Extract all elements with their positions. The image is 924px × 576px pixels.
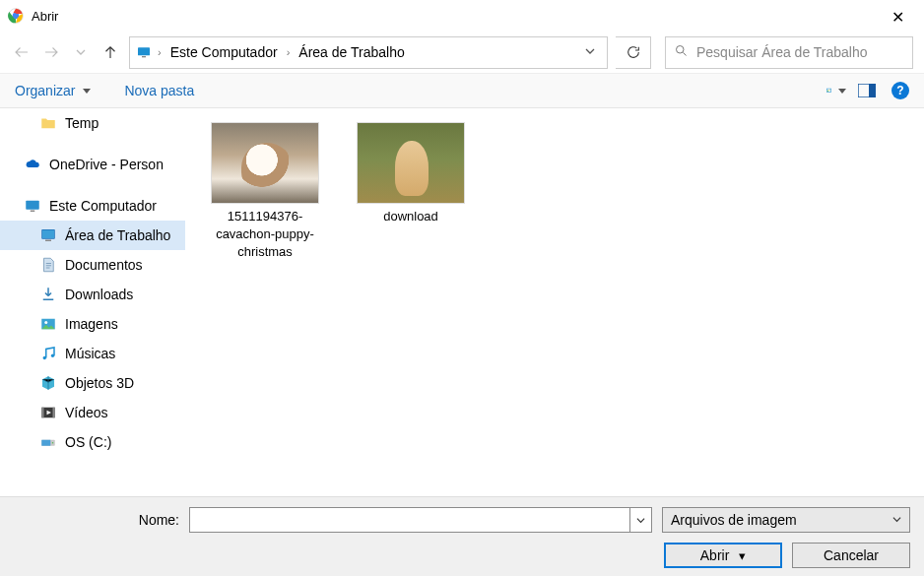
- file-thumbnail: [211, 122, 319, 204]
- sidebar-item-label: Downloads: [65, 287, 133, 302]
- window-title: Abrir: [32, 9, 58, 24]
- documents-icon: [39, 256, 57, 274]
- filename-field[interactable]: [190, 512, 629, 528]
- disk-icon: [39, 433, 57, 451]
- file-thumbnail: [357, 122, 465, 204]
- file-name: 1511194376-cavachon-puppy-christmas: [205, 208, 325, 262]
- sidebar-item-documents[interactable]: Documentos: [0, 250, 185, 280]
- search-icon: [674, 43, 689, 61]
- objects3d-icon: [39, 374, 57, 392]
- back-button[interactable]: [11, 41, 33, 63]
- sidebar-item-disk[interactable]: OS (C:): [0, 427, 185, 457]
- svg-point-4: [677, 46, 685, 54]
- chevron-down-icon: [83, 89, 91, 94]
- chevron-right-icon: ›: [158, 46, 162, 58]
- close-button[interactable]: ✕: [883, 8, 912, 27]
- sidebar-item-label: Este Computador: [49, 198, 157, 214]
- svg-rect-7: [827, 91, 828, 92]
- filename-label: Nome:: [139, 512, 179, 528]
- sidebar-item-onedrive[interactable]: OneDrive - Person: [0, 150, 185, 179]
- breadcrumb-item[interactable]: Área de Trabalho: [296, 44, 407, 60]
- sidebar-item-label: Objetos 3D: [65, 375, 134, 391]
- search-input[interactable]: Pesquisar Área de Trabalho: [665, 36, 913, 69]
- preview-pane-button[interactable]: [858, 81, 878, 100]
- sidebar-item-label: OneDrive - Person: [49, 157, 164, 172]
- filetype-dropdown[interactable]: Arquivos de imagem: [662, 507, 910, 533]
- open-label: Abrir: [700, 547, 730, 563]
- file-list[interactable]: 1511194376-cavachon-puppy-christmasdownl…: [185, 108, 924, 496]
- sidebar-item-music[interactable]: Músicas: [0, 339, 185, 368]
- chevron-right-icon: ›: [287, 46, 291, 58]
- history-dropdown[interactable]: [70, 41, 92, 63]
- sidebar-item-objects3d[interactable]: Objetos 3D: [0, 368, 185, 398]
- svg-rect-2: [138, 47, 150, 55]
- sidebar-item-desktop[interactable]: Área de Trabalho: [0, 221, 185, 250]
- svg-point-18: [43, 356, 46, 359]
- downloads-icon: [39, 286, 57, 303]
- svg-point-8: [828, 90, 829, 91]
- file-item[interactable]: 1511194376-cavachon-puppy-christmas: [205, 122, 325, 262]
- organize-label: Organizar: [15, 83, 75, 98]
- onedrive-icon: [24, 156, 41, 173]
- address-dropdown[interactable]: [579, 46, 601, 58]
- svg-point-17: [44, 321, 47, 324]
- open-button[interactable]: Abrir ▾: [664, 543, 782, 568]
- sidebar-item-pc[interactable]: Este Computador: [0, 191, 185, 221]
- images-icon: [39, 315, 57, 333]
- chevron-down-icon: [838, 89, 846, 94]
- breadcrumb-item[interactable]: Este Computador: [167, 44, 281, 60]
- split-arrow-icon: ▾: [739, 548, 746, 563]
- nav-bar: › Este Computador › Área de Trabalho Pes…: [0, 32, 924, 73]
- svg-rect-3: [142, 56, 146, 57]
- pc-icon: [136, 44, 152, 60]
- sidebar-item-label: Imagens: [65, 316, 118, 332]
- sidebar-item-label: Músicas: [65, 346, 115, 361]
- sidebar-item-folder[interactable]: Temp: [0, 108, 185, 138]
- footer: Nome: Arquivos de imagem Abrir ▾ Cancela…: [0, 496, 924, 576]
- search-placeholder: Pesquisar Área de Trabalho: [696, 44, 868, 60]
- cancel-button[interactable]: Cancelar: [792, 543, 910, 568]
- filename-input[interactable]: [189, 507, 652, 533]
- address-bar[interactable]: › Este Computador › Área de Trabalho: [129, 36, 608, 69]
- sidebar-item-videos[interactable]: Vídeos: [0, 398, 185, 427]
- svg-rect-10: [869, 84, 876, 97]
- filename-dropdown[interactable]: [629, 508, 651, 532]
- toolbar: Organizar Nova pasta ?: [0, 73, 924, 108]
- chevron-down-icon: [892, 515, 901, 526]
- svg-rect-15: [45, 240, 51, 242]
- view-mode-button[interactable]: [826, 81, 846, 100]
- svg-rect-21: [41, 408, 43, 418]
- svg-point-19: [51, 354, 54, 357]
- file-item[interactable]: download: [351, 122, 471, 225]
- sidebar-item-images[interactable]: Imagens: [0, 309, 185, 339]
- up-button[interactable]: [99, 41, 121, 63]
- svg-rect-24: [41, 440, 50, 446]
- filetype-label: Arquivos de imagem: [671, 512, 797, 528]
- sidebar-item-label: Área de Trabalho: [65, 227, 170, 243]
- organize-menu[interactable]: Organizar: [15, 83, 91, 98]
- videos-icon: [39, 404, 57, 421]
- new-folder-button[interactable]: Nova pasta: [124, 83, 194, 98]
- sidebar-item-label: Vídeos: [65, 405, 108, 420]
- file-name: download: [383, 208, 438, 225]
- help-button[interactable]: ?: [891, 82, 909, 99]
- refresh-button[interactable]: [616, 36, 651, 69]
- desktop-icon: [39, 226, 57, 244]
- chrome-icon: [8, 8, 24, 24]
- pc-icon: [24, 197, 41, 215]
- svg-rect-11: [26, 201, 39, 210]
- svg-point-25: [52, 442, 54, 444]
- music-icon: [39, 345, 57, 362]
- svg-rect-12: [31, 211, 35, 213]
- sidebar-item-label: Documentos: [65, 257, 143, 273]
- sidebar-item-downloads[interactable]: Downloads: [0, 280, 185, 309]
- sidebar[interactable]: TempOneDrive - PersonEste ComputadorÁrea…: [0, 108, 185, 496]
- forward-button[interactable]: [40, 41, 62, 63]
- title-bar: Abrir ✕: [0, 0, 924, 32]
- svg-rect-22: [53, 408, 55, 418]
- svg-rect-14: [42, 230, 54, 238]
- sidebar-item-label: OS (C:): [65, 434, 111, 450]
- sidebar-item-label: Temp: [65, 115, 99, 131]
- folder-icon: [39, 114, 57, 132]
